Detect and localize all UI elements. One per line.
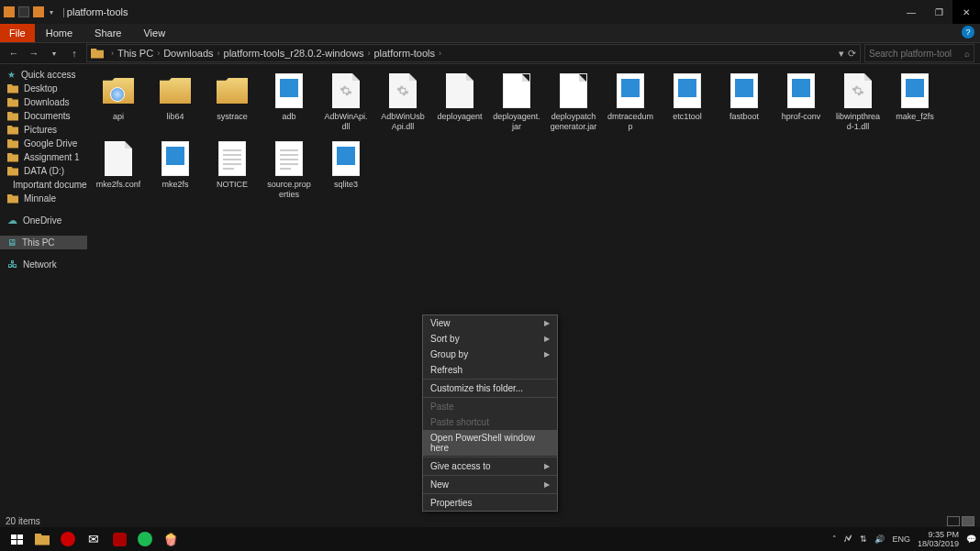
tray-notifications-icon[interactable]: 💬 bbox=[966, 534, 976, 544]
file-item[interactable]: AdbWinUsbApi.dll bbox=[379, 72, 427, 132]
home-tab[interactable]: Home bbox=[35, 26, 84, 40]
tray-chevron-up-icon[interactable]: ˄ bbox=[832, 534, 837, 544]
sidebar-network[interactable]: 🖧Network bbox=[0, 257, 87, 271]
sidebar-item-important[interactable]: Important documen bbox=[0, 178, 87, 192]
breadcrumb-part[interactable]: Downloads bbox=[163, 48, 213, 59]
sidebar-item-minnale[interactable]: Minnale bbox=[0, 192, 87, 205]
forward-button[interactable]: → bbox=[26, 48, 42, 59]
file-label: sqlite3 bbox=[334, 180, 358, 190]
file-item[interactable]: dmtracedump bbox=[607, 72, 654, 132]
folder-icon bbox=[160, 78, 191, 104]
help-icon[interactable]: ? bbox=[962, 26, 974, 39]
file-item[interactable]: hprof-conv bbox=[777, 72, 825, 132]
view-tab[interactable]: View bbox=[132, 26, 176, 40]
context-menu-label: Properties bbox=[430, 498, 473, 508]
folder-icon bbox=[217, 78, 248, 104]
chevron-right-icon[interactable]: › bbox=[217, 49, 220, 58]
context-menu-item[interactable]: Open PowerShell window here bbox=[423, 430, 557, 456]
file-icon bbox=[105, 141, 132, 176]
context-menu-item[interactable]: Properties bbox=[423, 495, 557, 511]
sidebar-item-documents[interactable]: Documents bbox=[0, 109, 87, 123]
search-box[interactable]: ⌕ bbox=[864, 44, 974, 62]
chevron-right-icon[interactable]: › bbox=[111, 49, 114, 58]
icons-view-toggle[interactable] bbox=[962, 516, 974, 526]
cloud-icon: ☁ bbox=[7, 215, 17, 226]
file-item[interactable]: deploypatchgenerator.jar bbox=[550, 72, 597, 132]
sidebar-item-downloads[interactable]: Downloads bbox=[0, 95, 87, 109]
sidebar-item-assignment[interactable]: Assignment 1 bbox=[0, 150, 87, 164]
file-item[interactable]: mke2fs.conf bbox=[95, 139, 142, 200]
context-menu: View▶Sort by▶Group by▶RefreshCustomize t… bbox=[422, 314, 558, 512]
context-menu-item[interactable]: New▶ bbox=[423, 477, 557, 492]
taskbar-opera[interactable] bbox=[57, 529, 79, 549]
context-menu-item[interactable]: Group by▶ bbox=[423, 347, 557, 362]
chevron-right-icon[interactable]: › bbox=[157, 49, 160, 58]
file-item[interactable]: lib64 bbox=[151, 72, 199, 132]
chevron-right-icon[interactable]: › bbox=[439, 49, 441, 58]
tray-wifi-icon[interactable]: ⇅ bbox=[860, 534, 867, 544]
context-menu-item[interactable]: View▶ bbox=[423, 315, 557, 331]
refresh-icon[interactable]: ⟳ bbox=[848, 48, 856, 60]
maximize-button[interactable]: ❐ bbox=[925, 0, 952, 24]
taskbar-spotify[interactable] bbox=[134, 529, 156, 549]
back-button[interactable]: ← bbox=[6, 48, 22, 59]
file-item[interactable]: NOTICE bbox=[208, 139, 256, 200]
file-item[interactable]: libwinpthread-1.dll bbox=[834, 72, 882, 132]
search-icon[interactable]: ⌕ bbox=[964, 49, 970, 59]
file-item[interactable]: deployagent.jar bbox=[493, 72, 540, 132]
exe-icon bbox=[730, 73, 758, 108]
tray-language[interactable]: ENG bbox=[892, 534, 910, 544]
file-tab[interactable]: File bbox=[0, 24, 35, 42]
file-item[interactable]: deployagent bbox=[436, 72, 484, 132]
recent-dropdown[interactable]: ▾ bbox=[46, 50, 62, 58]
file-label: deploypatchgenerator.jar bbox=[550, 112, 597, 132]
taskbar-file-explorer[interactable] bbox=[31, 529, 53, 549]
network-icon: 🖧 bbox=[7, 259, 17, 270]
file-item[interactable]: api bbox=[95, 72, 142, 132]
sidebar-item-desktop[interactable]: Desktop bbox=[0, 82, 87, 95]
tray-battery-icon[interactable]: 🗲 bbox=[844, 534, 852, 544]
context-menu-separator bbox=[423, 493, 557, 494]
context-menu-item[interactable]: Customize this folder... bbox=[423, 380, 557, 396]
context-menu-item[interactable]: Give access to▶ bbox=[423, 458, 557, 474]
address-dropdown-icon[interactable]: ▾ bbox=[839, 48, 844, 60]
file-item[interactable]: etc1tool bbox=[663, 72, 711, 132]
share-tab[interactable]: Share bbox=[84, 26, 132, 40]
breadcrumb[interactable]: › This PC › Downloads › platform-tools_r… bbox=[86, 44, 861, 62]
sidebar-item-pictures[interactable]: Pictures bbox=[0, 123, 87, 137]
file-item[interactable]: systrace bbox=[208, 72, 256, 132]
taskbar-popcorn[interactable]: 🍿 bbox=[160, 529, 182, 549]
minimize-button[interactable]: — bbox=[897, 0, 925, 24]
sidebar-item-google-drive[interactable]: Google Drive bbox=[0, 137, 87, 150]
sidebar-quick-access[interactable]: ★Quick access bbox=[0, 68, 87, 82]
file-item[interactable]: adb bbox=[265, 72, 313, 132]
close-button[interactable]: ✕ bbox=[952, 0, 980, 24]
file-item[interactable]: AdbWinApi.dll bbox=[322, 72, 370, 132]
breadcrumb-part[interactable]: platform-tools_r28.0.2-windows bbox=[224, 48, 364, 59]
file-label: dmtracedump bbox=[607, 112, 654, 132]
context-menu-item[interactable]: Refresh bbox=[423, 362, 557, 378]
details-view-toggle[interactable] bbox=[947, 516, 960, 526]
up-button[interactable]: ↑ bbox=[66, 48, 83, 59]
context-menu-item[interactable]: Sort by▶ bbox=[423, 331, 557, 347]
tray-clock[interactable]: 9:35 PM 18/03/2019 bbox=[918, 530, 959, 548]
taskbar-app-red[interactable] bbox=[108, 529, 130, 549]
sidebar-onedrive[interactable]: ☁OneDrive bbox=[0, 213, 87, 228]
file-item[interactable]: make_f2fs bbox=[891, 72, 939, 132]
search-input[interactable] bbox=[869, 49, 952, 59]
sidebar-item-data-d[interactable]: DATA (D:) bbox=[0, 164, 87, 178]
sidebar-item-label: Google Drive bbox=[24, 138, 77, 149]
file-item[interactable]: source.properties bbox=[265, 139, 313, 200]
taskbar-mail[interactable]: ✉ bbox=[83, 529, 105, 549]
breadcrumb-part[interactable]: platform-tools bbox=[373, 48, 435, 59]
file-item[interactable]: mke2fs bbox=[151, 139, 199, 200]
tray-volume-icon[interactable]: 🔊 bbox=[874, 534, 885, 544]
qat-dropdown-icon[interactable]: ▾ bbox=[50, 8, 53, 17]
file-item[interactable]: sqlite3 bbox=[322, 139, 370, 200]
chevron-right-icon: ▶ bbox=[544, 480, 550, 489]
breadcrumb-root[interactable]: This PC bbox=[117, 48, 153, 59]
sidebar-this-pc[interactable]: 🖥This PC bbox=[0, 236, 87, 249]
start-button[interactable] bbox=[6, 529, 28, 549]
file-item[interactable]: fastboot bbox=[720, 72, 768, 132]
chevron-right-icon[interactable]: › bbox=[367, 49, 370, 58]
